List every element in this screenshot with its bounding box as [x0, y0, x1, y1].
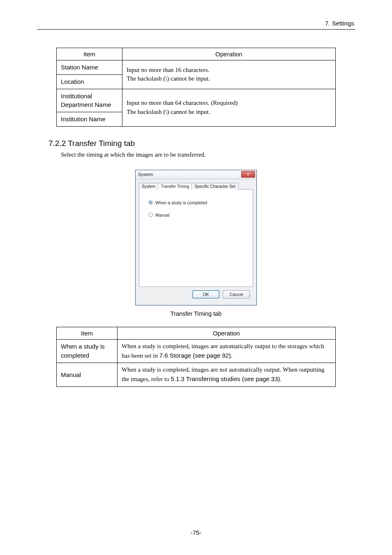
tab-transfer-timing[interactable]: Transfer Timing	[158, 183, 192, 190]
t1-op-g2-l2: The backslash (\) cannot be input.	[127, 109, 210, 115]
t1-op-g1-l1: Input no more than 16 characters.	[127, 67, 210, 73]
tab-system[interactable]: System	[139, 183, 158, 190]
t2-row1-op: When a study is completed, images are au…	[118, 339, 336, 363]
t2-head-op: Operation	[118, 327, 336, 339]
radio-manual[interactable]: Manual	[148, 213, 244, 217]
t1-location: Location	[57, 74, 122, 89]
close-glyph: ✕	[247, 172, 250, 176]
ok-button-label: OK	[203, 292, 209, 297]
header-rule	[37, 29, 355, 30]
page-number: -75-	[0, 529, 392, 536]
cancel-button-label: Cancel	[230, 292, 243, 297]
figure-caption: Transfer Timing tab	[37, 310, 355, 317]
radio-when-completed[interactable]: When a study is completed	[148, 200, 244, 205]
subsection-heading: 7.2.2 Transfer Timing tab	[48, 139, 355, 148]
dialog-title: System	[138, 172, 153, 177]
t1-op-g2-l1: Input no more than 64 characters. (Requi…	[127, 99, 238, 106]
close-icon[interactable]: ✕	[241, 171, 255, 178]
t2-row2-op: When a study is completed, images are no…	[118, 363, 336, 387]
radio-icon	[148, 200, 153, 205]
t1-institution-name: Institution Name	[57, 112, 122, 127]
dialog-body: System Transfer Timing Specific Characte…	[136, 179, 256, 305]
transfer-timing-table: Item Operation When a study is completed…	[56, 327, 336, 387]
t1-op-group1: Input no more than 16 characters. The ba…	[122, 60, 336, 89]
dialog-titlebar: System ✕	[136, 170, 256, 179]
subsection-intro: Select the timing at which the images ar…	[61, 151, 355, 158]
t1-head-op: Operation	[122, 48, 336, 60]
t2-row1-op-b: 7.6 Storage (see page 92)	[159, 352, 231, 359]
t1-station-name: Station Name	[57, 60, 122, 75]
t1-head-item: Item	[57, 48, 122, 60]
system-dialog: System ✕ System Transfer Timing Specific…	[135, 170, 257, 305]
settings-table-1: Item Operation Station Name Input no mor…	[56, 48, 336, 127]
t2-head-item: Item	[57, 327, 118, 339]
radio-icon	[148, 213, 153, 217]
tabs-row: System Transfer Timing Specific Characte…	[139, 183, 253, 189]
ok-button[interactable]: OK	[192, 290, 219, 298]
radio-when-completed-label: When a study is completed	[155, 200, 207, 205]
cancel-button[interactable]: Cancel	[223, 290, 250, 298]
tab-specific-charset[interactable]: Specific Character Set	[191, 183, 238, 190]
section-header: 7. Settings	[37, 20, 355, 27]
t2-row1-op-c: .	[231, 352, 233, 359]
t2-row1-item: When a study is completed	[57, 339, 118, 363]
t1-institutional-dept: Institutional Department Name	[57, 89, 122, 112]
t2-row2-op-b: 5.1.3 Transferring studies (see page 33)	[171, 375, 280, 382]
t2-row2-item: Manual	[57, 363, 118, 387]
t1-op-g1-l2: The backslash (\) cannot be input.	[127, 75, 210, 82]
t1-op-group2: Input no more than 64 characters. (Requi…	[122, 89, 336, 126]
dialog-footer: OK Cancel	[139, 287, 253, 302]
tab-content: When a study is completed Manual	[139, 189, 253, 287]
radio-manual-label: Manual	[155, 213, 169, 217]
t2-row2-op-c: .	[280, 376, 282, 382]
